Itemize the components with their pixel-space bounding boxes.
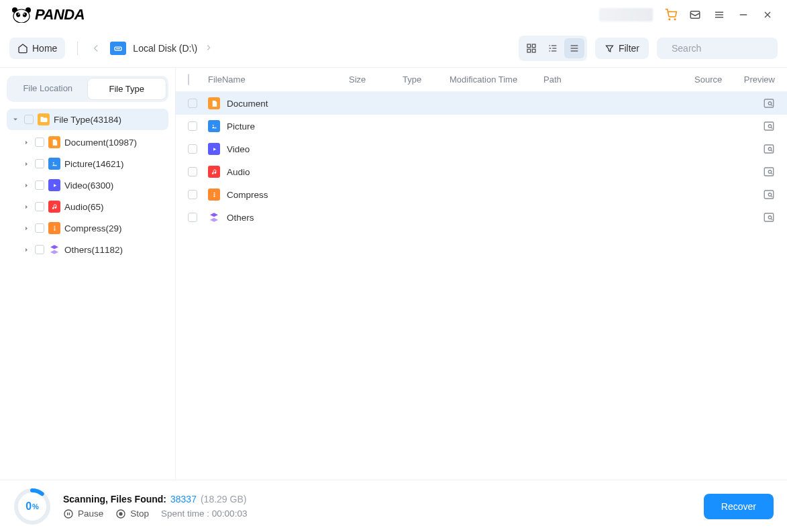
tree-checkbox[interactable] [35, 180, 44, 190]
tree-checkbox[interactable] [35, 202, 44, 211]
disk-icon [110, 42, 126, 55]
tree-root-file-type[interactable]: File Type(43184) [7, 109, 168, 130]
inbox-icon[interactable] [689, 9, 701, 21]
search-input[interactable] [672, 43, 787, 54]
row-checkbox[interactable] [188, 99, 197, 108]
svg-point-5 [18, 13, 19, 15]
svg-rect-54 [213, 192, 215, 193]
tree-item-others[interactable]: Others(11182) [7, 239, 168, 260]
files-found-count: 38337 [170, 494, 197, 504]
svg-rect-56 [213, 195, 215, 197]
breadcrumb[interactable]: Local Disk (D:\) [110, 42, 213, 55]
preview-icon[interactable] [763, 211, 775, 223]
tree-checkbox[interactable] [24, 115, 34, 124]
tree-item-label: Others(11182) [64, 245, 123, 255]
list-row[interactable]: Others [176, 206, 787, 229]
svg-point-49 [768, 148, 772, 151]
col-mtime[interactable]: Modification Time [450, 74, 543, 85]
stop-button[interactable]: Stop [115, 509, 149, 519]
tree-checkbox[interactable] [35, 159, 44, 168]
recover-button[interactable]: Recover [704, 494, 774, 519]
titlebar: PANDA [0, 0, 787, 30]
caret-right-icon[interactable] [21, 223, 31, 233]
list-row[interactable]: Picture [176, 115, 787, 138]
hamburger-menu-icon[interactable] [713, 9, 725, 21]
list-row[interactable]: Video [176, 138, 787, 160]
preview-icon[interactable] [763, 189, 775, 201]
preview-icon[interactable] [763, 120, 775, 132]
list-row[interactable]: Audio [176, 160, 787, 183]
filter-icon [605, 44, 615, 54]
svg-rect-51 [764, 168, 774, 176]
tree-item-label: Audio(65) [64, 202, 104, 212]
row-checkbox[interactable] [188, 167, 197, 176]
search-box[interactable] [657, 38, 778, 59]
home-button[interactable]: Home [9, 38, 65, 59]
user-area[interactable] [599, 8, 653, 21]
row-checkbox[interactable] [188, 144, 197, 154]
col-size[interactable]: Size [349, 74, 403, 85]
progress-unit: % [32, 502, 39, 511]
home-label: Home [32, 43, 57, 54]
tree-item-document[interactable]: Document(10987) [7, 131, 168, 153]
svg-rect-55 [213, 194, 215, 195]
caret-right-icon[interactable] [21, 159, 31, 168]
row-checkbox[interactable] [188, 213, 197, 222]
list-view-icon[interactable] [564, 38, 584, 58]
col-source[interactable]: Source [694, 74, 735, 85]
select-all-checkbox[interactable] [188, 74, 189, 85]
svg-rect-39 [213, 103, 216, 104]
tree-item-compress[interactable]: Compress(29) [7, 217, 168, 239]
caret-right-icon[interactable] [21, 138, 31, 147]
col-type[interactable]: Type [403, 74, 450, 85]
cart-icon[interactable] [665, 9, 677, 21]
filter-label: Filter [619, 43, 639, 54]
tree-view-icon[interactable] [543, 38, 563, 58]
tree-checkbox[interactable] [35, 223, 44, 233]
preview-icon[interactable] [763, 143, 775, 155]
spent-time: Spent time : 00:00:03 [161, 509, 247, 519]
caret-down-icon[interactable] [11, 115, 20, 124]
view-mode-switch [519, 36, 587, 61]
caret-right-icon[interactable] [21, 180, 31, 190]
app-name: PANDA [35, 6, 85, 23]
scan-status: Scanning, Files Found: [63, 494, 166, 504]
svg-line-59 [771, 196, 772, 197]
col-path[interactable]: Path [543, 74, 694, 85]
toolbar-divider [77, 42, 78, 55]
svg-rect-38 [54, 229, 55, 230]
grid-view-icon[interactable] [521, 38, 541, 58]
minimize-icon[interactable] [737, 9, 749, 21]
chevron-right-icon [204, 43, 213, 54]
svg-rect-20 [527, 49, 531, 52]
col-filename[interactable]: FileName [208, 74, 349, 85]
tree-checkbox[interactable] [35, 138, 44, 147]
filter-button[interactable]: Filter [595, 38, 649, 59]
tab-file-type[interactable]: File Type [87, 78, 167, 100]
col-preview[interactable]: Preview [735, 74, 775, 85]
pause-button[interactable]: Pause [63, 509, 103, 519]
tab-file-location[interactable]: File Location [9, 78, 87, 100]
app-logo: PANDA [11, 6, 85, 23]
caret-right-icon[interactable] [21, 245, 31, 254]
tree-checkbox[interactable] [35, 245, 44, 254]
pause-label: Pause [78, 509, 103, 519]
row-name: Picture [227, 121, 763, 131]
tree-item-picture[interactable]: Picture(14621) [7, 153, 168, 174]
tree-item-video[interactable]: Video(6300) [7, 174, 168, 196]
list-row[interactable]: Compress [176, 183, 787, 206]
svg-rect-37 [54, 227, 55, 228]
row-checkbox[interactable] [188, 190, 197, 199]
back-icon[interactable] [90, 42, 102, 54]
caret-right-icon[interactable] [21, 202, 31, 211]
titlebar-controls [599, 8, 774, 21]
list-row[interactable]: Document [176, 92, 787, 115]
preview-icon[interactable] [763, 166, 775, 178]
close-icon[interactable] [762, 9, 774, 21]
svg-rect-41 [764, 99, 774, 107]
svg-point-8 [674, 19, 676, 20]
row-checkbox[interactable] [188, 121, 197, 131]
svg-rect-21 [532, 49, 535, 52]
preview-icon[interactable] [763, 97, 775, 109]
tree-item-audio[interactable]: Audio(65) [7, 196, 168, 217]
